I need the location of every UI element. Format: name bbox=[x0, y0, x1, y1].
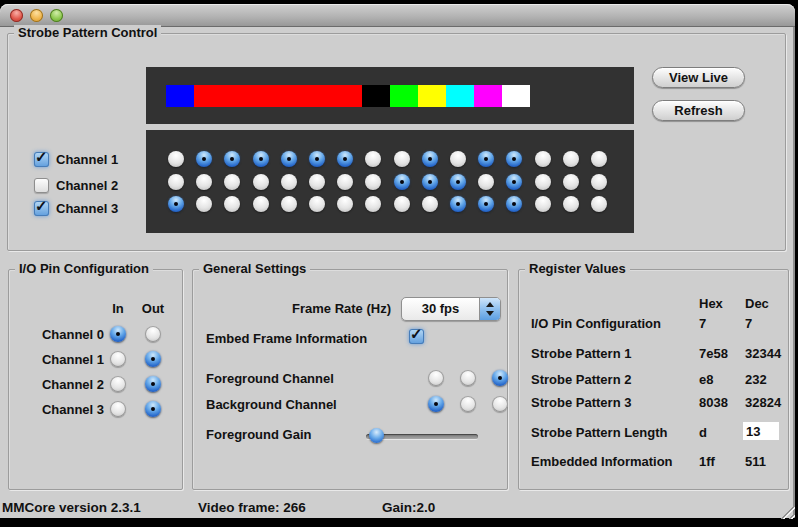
pattern-radio-r2c5[interactable] bbox=[281, 174, 297, 190]
channel-2-checkbox[interactable] bbox=[34, 178, 49, 193]
register-label: Strobe Pattern 2 bbox=[531, 371, 631, 389]
refresh-button[interactable]: Refresh bbox=[652, 100, 745, 121]
pattern-radio-r1c8[interactable] bbox=[365, 151, 381, 167]
pattern-radio-r1c11[interactable] bbox=[450, 151, 466, 167]
pattern-radio-r1c2[interactable] bbox=[196, 151, 212, 167]
pattern-radio-r3c9[interactable] bbox=[394, 196, 410, 212]
pattern-radio-r3c11[interactable] bbox=[450, 196, 466, 212]
colorbar-segment bbox=[418, 85, 446, 107]
register-label: Strobe Pattern 3 bbox=[531, 394, 631, 412]
register-row: Strobe Pattern 3803832824 bbox=[519, 394, 788, 412]
title-bar[interactable] bbox=[0, 4, 795, 27]
register-label: Embedded Information bbox=[531, 453, 673, 471]
pattern-radio-r2c13[interactable] bbox=[506, 174, 522, 190]
pattern-radio-r2c9[interactable] bbox=[394, 174, 410, 190]
embed-frame-checkbox[interactable] bbox=[409, 329, 424, 344]
io-channel-2-out-radio[interactable] bbox=[145, 376, 161, 392]
colorbar-segment bbox=[474, 85, 502, 107]
pattern-radio-r3c8[interactable] bbox=[365, 196, 381, 212]
io-channel-1-in-radio[interactable] bbox=[110, 351, 126, 367]
register-hex-value: e8 bbox=[699, 371, 713, 389]
pattern-radio-r3c6[interactable] bbox=[309, 196, 325, 212]
channel-3-checkbox[interactable] bbox=[34, 201, 49, 216]
pattern-radio-r1c7[interactable] bbox=[337, 151, 353, 167]
strobe-pattern-length-input[interactable] bbox=[743, 422, 779, 440]
pattern-radio-r3c12[interactable] bbox=[478, 196, 494, 212]
io-channel-label: Channel 0 bbox=[27, 326, 104, 343]
pattern-radio-r3c7[interactable] bbox=[337, 196, 353, 212]
register-hex-value: 7e58 bbox=[699, 345, 728, 363]
io-pin-configuration-group: I/O Pin Configuration In Out Channel 0Ch… bbox=[8, 269, 183, 490]
pattern-radio-r1c4[interactable] bbox=[253, 151, 269, 167]
io-channel-2-in-radio[interactable] bbox=[110, 376, 126, 392]
channel-1-checkbox[interactable] bbox=[34, 152, 49, 167]
pattern-radio-r2c11[interactable] bbox=[450, 174, 466, 190]
stepper-arrows-icon bbox=[479, 298, 500, 320]
pattern-radio-r1c14[interactable] bbox=[535, 151, 551, 167]
minimize-button[interactable] bbox=[30, 9, 43, 22]
pattern-radio-r1c1[interactable] bbox=[168, 151, 184, 167]
pattern-radio-r1c15[interactable] bbox=[563, 151, 579, 167]
io-channel-0-out-radio[interactable] bbox=[145, 326, 161, 342]
pattern-radio-r3c15[interactable] bbox=[563, 196, 579, 212]
foreground-gain-slider[interactable] bbox=[366, 426, 478, 442]
status-bar: MMCore version 2.3.1 Video frame: 266 Ga… bbox=[0, 498, 795, 518]
pattern-radio-r1c13[interactable] bbox=[506, 151, 522, 167]
pattern-radio-r2c16[interactable] bbox=[591, 174, 607, 190]
register-row: Strobe Pattern Lengthd bbox=[519, 424, 788, 442]
background-channel-label: Background Channel bbox=[206, 397, 337, 412]
frame-rate-select[interactable]: 30 fps bbox=[401, 297, 501, 321]
pattern-radio-r3c14[interactable] bbox=[535, 196, 551, 212]
pattern-radio-r2c4[interactable] bbox=[253, 174, 269, 190]
channel-checkbox-label: Channel 1 bbox=[56, 152, 118, 167]
slider-knob[interactable] bbox=[369, 428, 384, 443]
pattern-radio-r2c6[interactable] bbox=[309, 174, 325, 190]
foreground-channel-radio-2[interactable] bbox=[460, 370, 476, 386]
background-channel-radio-2[interactable] bbox=[460, 396, 476, 412]
zoom-button[interactable] bbox=[50, 9, 63, 22]
pattern-radio-r2c14[interactable] bbox=[535, 174, 551, 190]
io-channel-3-out-radio[interactable] bbox=[145, 401, 161, 417]
pattern-radio-r3c16[interactable] bbox=[591, 196, 607, 212]
io-channel-0-in-radio[interactable] bbox=[110, 326, 126, 342]
register-row: Strobe Pattern 2e8232 bbox=[519, 371, 788, 389]
register-dec-value: 32824 bbox=[745, 394, 781, 412]
pattern-radio-r2c15[interactable] bbox=[563, 174, 579, 190]
io-channel-3-in-radio[interactable] bbox=[110, 401, 126, 417]
foreground-channel-radio-3[interactable] bbox=[492, 370, 508, 386]
background-channel-radio-1[interactable] bbox=[428, 396, 444, 412]
io-channel-label: Channel 1 bbox=[27, 351, 104, 368]
colorbar-panel bbox=[146, 67, 634, 124]
pattern-radio-r3c1[interactable] bbox=[168, 196, 184, 212]
pattern-radio-r3c10[interactable] bbox=[422, 196, 438, 212]
pattern-radio-r2c12[interactable] bbox=[478, 174, 494, 190]
pattern-radio-r1c9[interactable] bbox=[394, 151, 410, 167]
pattern-radio-r1c5[interactable] bbox=[281, 151, 297, 167]
pattern-radio-r1c10[interactable] bbox=[422, 151, 438, 167]
pattern-radio-r3c2[interactable] bbox=[196, 196, 212, 212]
pattern-radio-r2c2[interactable] bbox=[196, 174, 212, 190]
pattern-radio-r2c1[interactable] bbox=[168, 174, 184, 190]
pattern-radio-r3c5[interactable] bbox=[281, 196, 297, 212]
pattern-radio-r2c3[interactable] bbox=[224, 174, 240, 190]
pattern-radio-r1c12[interactable] bbox=[478, 151, 494, 167]
view-live-button[interactable]: View Live bbox=[652, 67, 745, 88]
pattern-radio-r3c4[interactable] bbox=[253, 196, 269, 212]
register-row: I/O Pin Configuration77 bbox=[519, 315, 788, 333]
register-dec-value: 32344 bbox=[745, 345, 781, 363]
io-channel-1-out-radio[interactable] bbox=[145, 351, 161, 367]
pattern-radio-r3c13[interactable] bbox=[506, 196, 522, 212]
pattern-radio-r1c6[interactable] bbox=[309, 151, 325, 167]
channel-toggle-row: Channel 1 bbox=[34, 151, 118, 167]
foreground-channel-radio-1[interactable] bbox=[428, 370, 444, 386]
pattern-radio-r2c10[interactable] bbox=[422, 174, 438, 190]
pattern-radio-r2c7[interactable] bbox=[337, 174, 353, 190]
colorbar-segment bbox=[502, 85, 530, 107]
pattern-radio-r1c3[interactable] bbox=[224, 151, 240, 167]
background-channel-radio-3[interactable] bbox=[492, 396, 508, 412]
pattern-radio-r1c16[interactable] bbox=[591, 151, 607, 167]
pattern-radio-r3c3[interactable] bbox=[224, 196, 240, 212]
pattern-grid-panel bbox=[146, 130, 634, 233]
pattern-radio-r2c8[interactable] bbox=[365, 174, 381, 190]
close-button[interactable] bbox=[10, 9, 23, 22]
